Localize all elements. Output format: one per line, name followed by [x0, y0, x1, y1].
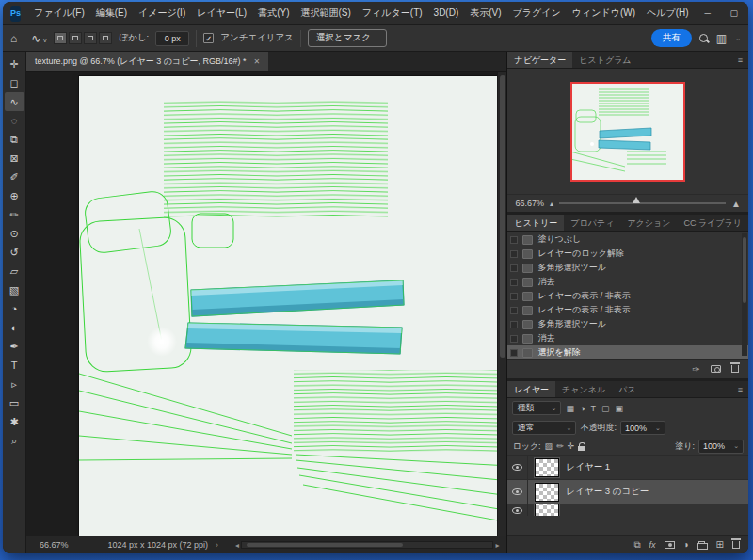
- menu-item[interactable]: 表示(V): [464, 2, 506, 24]
- chevron-right-icon[interactable]: ›: [216, 540, 218, 550]
- tab-histogram[interactable]: ヒストグラム: [572, 52, 637, 68]
- active-tool-button[interactable]: ∿∨: [31, 32, 47, 45]
- navigator-preview[interactable]: [570, 82, 685, 182]
- tab-actions[interactable]: アクション: [620, 215, 677, 231]
- layer-row[interactable]: レイヤー 1: [507, 456, 748, 480]
- scroll-left-icon[interactable]: ◂: [235, 541, 239, 550]
- antialias-checkbox[interactable]: ✓: [203, 33, 214, 43]
- delete-layer-icon[interactable]: [732, 541, 740, 549]
- history-step[interactable]: 多角形選択ツール: [507, 317, 748, 331]
- chevron-down-icon[interactable]: ⌄: [735, 35, 741, 42]
- new-group-icon[interactable]: [697, 543, 708, 550]
- menu-item[interactable]: 編集(E): [90, 2, 133, 24]
- workspace-icon[interactable]: ▥: [716, 32, 727, 45]
- history-source-checkbox[interactable]: [510, 250, 518, 258]
- filter-smart-object-icon[interactable]: ▣: [614, 404, 624, 413]
- menu-item[interactable]: プラグイン: [507, 2, 567, 24]
- adjustment-layer-icon[interactable]: ◑: [683, 540, 689, 550]
- frame-tool[interactable]: ⊠: [5, 149, 24, 168]
- minimize-button[interactable]: ─: [695, 2, 721, 24]
- lock-pixels-icon[interactable]: ✏: [556, 441, 564, 451]
- fill-dropdown[interactable]: 100% ⌄: [698, 440, 744, 454]
- gradient-tool[interactable]: ▧: [5, 280, 24, 299]
- blend-mode-dropdown[interactable]: 通常 ⌄: [512, 421, 576, 435]
- slider-thumb[interactable]: [633, 197, 640, 203]
- menu-item[interactable]: イメージ(I): [133, 2, 191, 24]
- layer-thumbnail[interactable]: [535, 504, 559, 516]
- tab-paths[interactable]: パス: [612, 381, 642, 397]
- layer-visibility-toggle[interactable]: [507, 456, 528, 479]
- canvas-image[interactable]: [79, 76, 506, 536]
- menu-item[interactable]: 書式(Y): [252, 2, 295, 24]
- move-tool[interactable]: ✛: [5, 55, 24, 73]
- share-button[interactable]: 共有: [651, 29, 692, 47]
- eyedropper-tool[interactable]: ✐: [5, 168, 24, 186]
- menu-item[interactable]: フィルター(T): [357, 2, 428, 24]
- marquee-tool[interactable]: ◻: [5, 73, 24, 92]
- new-snapshot-icon[interactable]: [711, 365, 721, 373]
- close-icon[interactable]: ✕: [253, 57, 260, 66]
- healing-brush-tool[interactable]: ⊕: [5, 186, 24, 205]
- history-source-checkbox[interactable]: [510, 293, 518, 300]
- tab-channels[interactable]: チャンネル: [555, 381, 612, 397]
- close-button[interactable]: ✕: [747, 2, 748, 24]
- vertical-scrollbar[interactable]: [497, 72, 506, 536]
- lock-position-icon[interactable]: ✛: [568, 441, 575, 451]
- history-source-checkbox[interactable]: [510, 264, 518, 272]
- menu-item[interactable]: 選択範囲(S): [296, 2, 357, 24]
- horizontal-scrollbar-thumb[interactable]: [247, 543, 402, 547]
- layer-row[interactable]: [507, 504, 748, 516]
- tab-properties[interactable]: プロパティ: [564, 215, 620, 231]
- intersect-selection-button[interactable]: [99, 32, 112, 44]
- history-source-checkbox[interactable]: [510, 236, 518, 244]
- layer-row[interactable]: レイヤー 3 のコピー: [507, 480, 748, 504]
- delete-state-icon[interactable]: [731, 365, 739, 373]
- history-brush-tool[interactable]: ↺: [5, 243, 24, 262]
- vertical-scrollbar-thumb[interactable]: [500, 75, 505, 358]
- link-layers-icon[interactable]: ⧉: [633, 540, 640, 550]
- layer-filter-dropdown[interactable]: 種類 ⌄: [512, 401, 561, 415]
- layer-style-icon[interactable]: fx: [649, 540, 656, 550]
- menu-item[interactable]: ヘルプ(H): [641, 2, 695, 24]
- history-source-checkbox[interactable]: [510, 335, 518, 343]
- menu-item[interactable]: ファイル(F): [28, 2, 90, 24]
- select-and-mask-button[interactable]: 選択とマスク...: [308, 29, 387, 47]
- tab-cc-libraries[interactable]: CC ライブラリ: [677, 215, 748, 231]
- filter-pixel-icon[interactable]: ▦: [565, 404, 575, 413]
- lasso-tool[interactable]: ∿: [5, 92, 24, 111]
- pen-tool[interactable]: ✒: [5, 337, 24, 356]
- menu-item[interactable]: 3D(D): [428, 2, 465, 24]
- history-source-checkbox[interactable]: [510, 349, 518, 357]
- history-step[interactable]: 塗りつぶし: [507, 232, 748, 247]
- photoshop-logo-icon[interactable]: Ps: [10, 6, 21, 22]
- search-icon[interactable]: [698, 33, 710, 44]
- filter-type-icon[interactable]: T: [589, 404, 597, 413]
- history-scrollbar[interactable]: [742, 233, 747, 356]
- zoom-in-icon[interactable]: ▲: [731, 199, 741, 209]
- feather-input[interactable]: 0 px: [155, 31, 189, 46]
- filter-adjustment-icon[interactable]: ◑: [579, 404, 585, 413]
- scroll-right-icon[interactable]: ▸: [495, 541, 499, 550]
- blur-tool[interactable]: ◔: [5, 299, 24, 318]
- dodge-tool[interactable]: ◐: [5, 318, 24, 337]
- status-zoom-input[interactable]: 66.67%: [40, 540, 69, 550]
- history-step[interactable]: 消去: [507, 331, 748, 345]
- history-step[interactable]: 選択を解除: [507, 345, 748, 359]
- menu-item[interactable]: ウィンドウ(W): [567, 2, 641, 24]
- tab-layers[interactable]: レイヤー: [507, 381, 555, 397]
- add-selection-button[interactable]: [69, 32, 82, 44]
- history-step[interactable]: レイヤーの表示 / 非表示: [507, 289, 748, 303]
- panel-menu-icon[interactable]: ≡: [732, 52, 748, 68]
- document-tab[interactable]: texture.png @ 66.7% (レイヤー 3 のコピー, RGB/16…: [26, 52, 268, 71]
- panel-menu-icon[interactable]: ≡: [732, 381, 748, 397]
- clone-stamp-tool[interactable]: ⊙: [5, 224, 24, 243]
- zoom-out-icon[interactable]: ▴: [550, 200, 553, 208]
- history-brush-state-icon[interactable]: ✑: [693, 364, 700, 375]
- crop-tool[interactable]: ⧉: [5, 130, 24, 149]
- subtract-selection-button[interactable]: [84, 32, 97, 44]
- filter-shape-icon[interactable]: ▢: [601, 404, 611, 413]
- add-mask-icon[interactable]: [665, 541, 675, 549]
- home-icon[interactable]: ⌂: [10, 32, 17, 45]
- history-step[interactable]: レイヤーのロック解除: [507, 247, 748, 261]
- history-source-checkbox[interactable]: [510, 307, 518, 314]
